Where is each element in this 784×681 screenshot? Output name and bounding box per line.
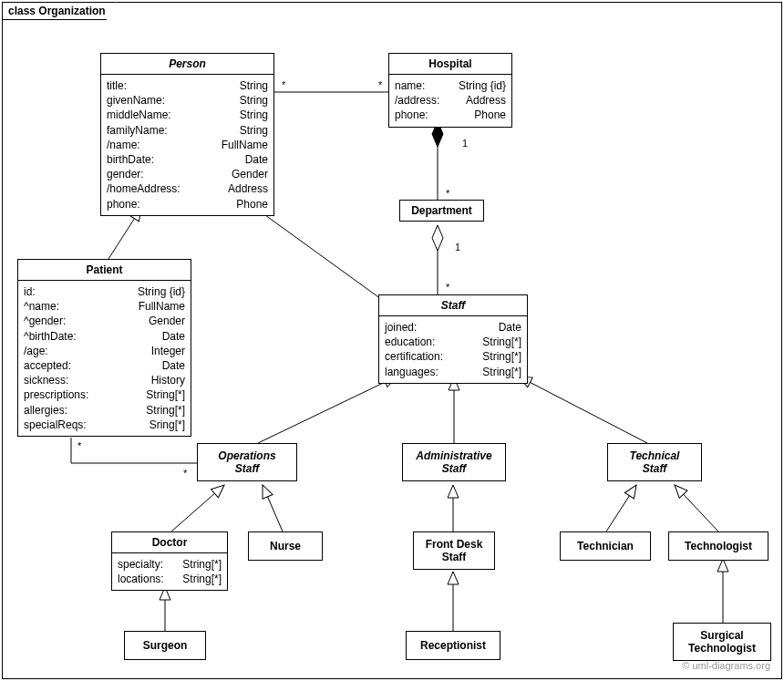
svg-line-4 [249,203,387,304]
class-hospital-title: Hospital [389,54,511,74]
diagram-frame: class Organization * * 1 * 1 * * * [2,2,782,679]
class-technical-staff: Technical Staff [607,443,702,481]
svg-line-14 [675,485,718,531]
frame-title: class Organization [8,5,106,17]
class-person-title: Person [101,54,273,74]
class-patient-attrs: id:String {id} ^name:FullName ^gender:Ge… [18,280,191,436]
class-department: Department [399,200,484,222]
svg-line-9 [519,377,647,443]
mult-patient-ops-r: * [183,468,188,479]
class-person-attrs: title:String givenName:String middleName… [101,74,273,215]
class-person: Person title:String givenName:String mid… [100,53,274,216]
mult-person-side: * [282,79,286,90]
class-doctor: Doctor specialty:String[*] locations:Str… [111,531,228,591]
class-receptionist: Receptionist [406,631,500,660]
class-department-title: Department [400,201,483,221]
class-patient-title: Patient [18,260,191,280]
mult-hosp-dept-star: * [446,188,450,199]
class-technician: Technician [560,531,651,561]
class-nurse: Nurse [248,531,323,561]
svg-line-7 [258,377,397,443]
frame-title-tab: class Organization [2,2,116,20]
mult-hosp-dept-1: 1 [462,138,468,149]
class-front-desk-staff: Front Desk Staff [413,531,495,570]
mult-hospital-side: * [378,79,383,90]
class-technologist: Technologist [668,531,769,561]
watermark: © uml-diagrams.org [682,660,770,671]
class-hospital: Hospital name:String {id} /address:Addre… [388,53,512,128]
mult-dept-staff-1: 1 [455,242,460,253]
svg-line-10 [171,485,224,531]
svg-line-11 [263,485,283,531]
mult-patient-ops-l: * [77,440,82,451]
class-staff-attrs: joined:Date education:String[*] certific… [379,315,527,383]
class-patient: Patient id:String {id} ^name:FullName ^g… [17,259,191,437]
svg-line-13 [606,485,636,531]
mult-dept-staff-star: * [446,282,450,293]
class-administrative-staff: Administrative Staff [402,443,506,481]
class-surgical-technologist: Surgical Technologist [673,623,771,661]
class-hospital-attrs: name:String {id} /address:Address phone:… [389,74,511,127]
class-operations-staff: Operations Staff [197,443,297,481]
class-staff-title: Staff [379,295,527,315]
class-staff: Staff joined:Date education:String[*] ce… [378,294,528,384]
class-surgeon: Surgeon [124,631,206,660]
class-doctor-title: Doctor [112,532,227,552]
